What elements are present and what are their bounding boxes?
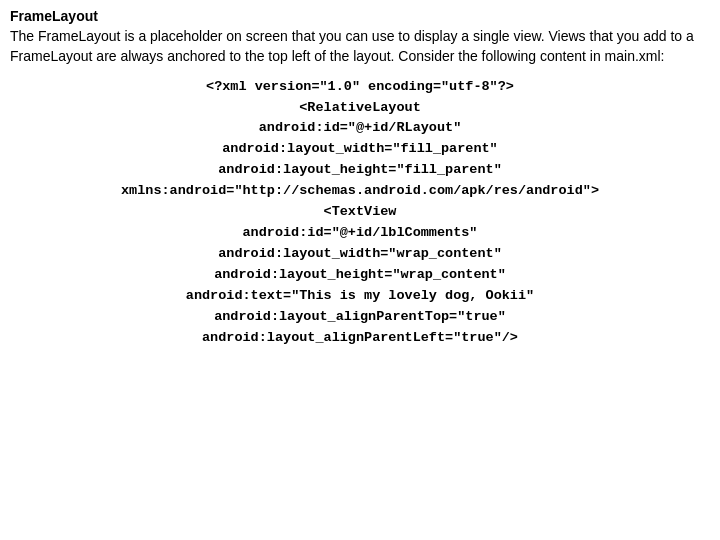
code-line-6: xmlns:android="http://schemas.android.co… (10, 181, 710, 202)
code-line-2: <RelativeLayout (10, 98, 710, 119)
code-line-7: <TextView (10, 202, 710, 223)
code-line-10: android:layout_height="wrap_content" (10, 265, 710, 286)
description-text: The FrameLayout is a placeholder on scre… (10, 26, 710, 67)
code-line-4: android:layout_width="fill_parent" (10, 139, 710, 160)
code-line-8: android:id="@+id/lblComments" (10, 223, 710, 244)
code-line-13: android:layout_alignParentLeft="true"/> (10, 328, 710, 349)
page-title: FrameLayout (10, 8, 710, 24)
code-line-3: android:id="@+id/RLayout" (10, 118, 710, 139)
code-line-9: android:layout_width="wrap_content" (10, 244, 710, 265)
code-line-11: android:text="This is my lovely dog, Ook… (10, 286, 710, 307)
code-line-1: <?xml version="1.0" encoding="utf-8"?> (10, 77, 710, 98)
code-block: <?xml version="1.0" encoding="utf-8"?> <… (10, 77, 710, 349)
code-line-12: android:layout_alignParentTop="true" (10, 307, 710, 328)
code-line-5: android:layout_height="fill_parent" (10, 160, 710, 181)
